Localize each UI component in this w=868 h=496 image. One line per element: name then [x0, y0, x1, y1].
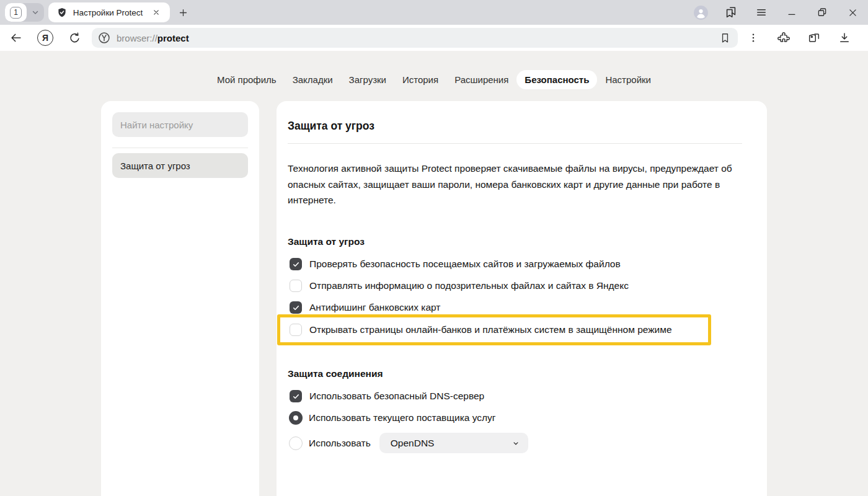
window-minimize-button[interactable] — [784, 4, 800, 20]
tab-count-badge: 1 — [10, 7, 22, 19]
sidebar-item-threat-protection[interactable]: Защита от угроз — [112, 153, 248, 178]
page-title: Защита от угроз — [288, 120, 742, 133]
checkbox-antiphishing[interactable] — [290, 301, 302, 314]
yandex-home-button[interactable]: Я — [37, 30, 53, 46]
window-close-button[interactable] — [844, 4, 861, 20]
tab-profile[interactable]: Мой профиль — [209, 70, 285, 89]
settings-content: Защита от угроз Технология активной защи… — [277, 101, 767, 496]
tab-downloads[interactable]: Загрузки — [341, 70, 394, 89]
highlighted-setting-banking-mode: Открывать страницы онлайн-банков и платё… — [277, 314, 711, 345]
checkbox-check-sites[interactable] — [290, 258, 302, 270]
browser-toolbar: Я browser://protect — [0, 25, 868, 51]
setting-row: Использовать текущего поставщика услуг — [290, 411, 742, 425]
side-panel-icon[interactable] — [723, 4, 739, 20]
url-scheme: browser:// — [117, 33, 157, 43]
tab-settings[interactable]: Настройки — [597, 70, 659, 89]
chevron-down-icon — [31, 8, 40, 17]
radio-current-provider[interactable] — [289, 411, 303, 425]
url-text: browser://protect — [117, 33, 189, 43]
title-divider — [288, 143, 742, 144]
radio-custom-dns[interactable] — [289, 436, 303, 450]
tab-bookmarks[interactable]: Закладки — [285, 70, 341, 89]
sidebar-item-label: Защита от угроз — [120, 161, 190, 171]
yandex-logo-icon: Я — [37, 30, 53, 46]
titlebar-controls — [693, 4, 861, 20]
checkbox-secure-dns[interactable] — [290, 390, 302, 402]
address-bar[interactable]: browser://protect — [92, 28, 738, 48]
section-header-connection: Защита соединения — [288, 368, 742, 379]
checkbox-send-info[interactable] — [290, 280, 302, 292]
kebab-menu-icon[interactable] — [745, 30, 761, 46]
extensions-puzzle-icon[interactable] — [776, 30, 792, 46]
setting-label: Использовать текущего поставщика услуг — [309, 412, 496, 423]
setting-row: Использовать OpenDNS — [290, 433, 742, 453]
toolbar-actions — [745, 30, 852, 46]
setting-label: Антифишинг банковских карт — [309, 302, 440, 313]
settings-nav-tabs: Мой профиль Закладки Загрузки История Ра… — [0, 51, 868, 89]
setting-row: Проверять безопасность посещаемых сайтов… — [290, 257, 742, 271]
setting-label: Отправлять информацию о подозрительных ф… — [309, 280, 629, 291]
browser-tab-active[interactable]: Настройки Protect — [48, 2, 170, 22]
setting-row: Отправлять информацию о подозрительных ф… — [290, 279, 742, 293]
bookmark-icon[interactable] — [717, 30, 733, 46]
chevron-down-icon — [512, 439, 520, 448]
setting-label: Открывать страницы онлайн-банков и платё… — [309, 324, 672, 335]
settings-page: Мой профиль Закладки Загрузки История Ра… — [0, 51, 868, 496]
settings-search-input[interactable] — [112, 112, 248, 137]
collections-tag-icon[interactable] — [806, 30, 822, 46]
dns-provider-dropdown[interactable]: OpenDNS — [379, 433, 528, 453]
connection-settings-rows: Использовать безопасный DNS-сервер Испол… — [288, 389, 742, 453]
tab-group-control[interactable]: 1 — [5, 3, 44, 22]
tab-history[interactable]: История — [394, 70, 446, 89]
sidebar-divider — [112, 148, 248, 148]
reload-button[interactable] — [66, 30, 82, 46]
setting-label: Проверять безопасность посещаемых сайтов… — [309, 259, 621, 270]
window-restore-button[interactable] — [814, 4, 830, 20]
tab-title: Настройки Protect — [68, 8, 148, 17]
threat-settings-rows: Проверять безопасность посещаемых сайтов… — [288, 257, 742, 345]
new-tab-button[interactable] — [175, 4, 191, 20]
titlebar: 1 Настройки Protect — [0, 0, 868, 25]
downloads-icon[interactable] — [836, 30, 852, 46]
checkbox-protected-banking[interactable] — [290, 324, 302, 336]
profile-avatar[interactable] — [693, 4, 709, 20]
dropdown-value: OpenDNS — [391, 438, 435, 449]
tab-extensions[interactable]: Расширения — [446, 70, 516, 89]
protect-description: Технология активной защиты Protect прове… — [288, 161, 742, 208]
protect-site-icon[interactable] — [97, 31, 111, 45]
url-host: protect — [157, 33, 189, 43]
tab-close-button[interactable] — [148, 4, 164, 20]
back-button[interactable] — [8, 30, 24, 46]
setting-label: Использовать — [309, 438, 371, 449]
setting-label: Использовать безопасный DNS-сервер — [309, 391, 484, 402]
settings-sidebar: Защита от угроз — [101, 101, 259, 496]
setting-row: Антифишинг банковских карт — [290, 301, 742, 314]
section-header-threats: Защита от угроз — [288, 236, 742, 247]
shield-check-icon — [56, 7, 68, 18]
tab-security[interactable]: Безопасность — [516, 70, 597, 89]
setting-row: Использовать безопасный DNS-сервер — [290, 389, 742, 403]
tab-counter[interactable]: 1 — [5, 3, 27, 22]
menu-icon[interactable] — [753, 4, 769, 20]
